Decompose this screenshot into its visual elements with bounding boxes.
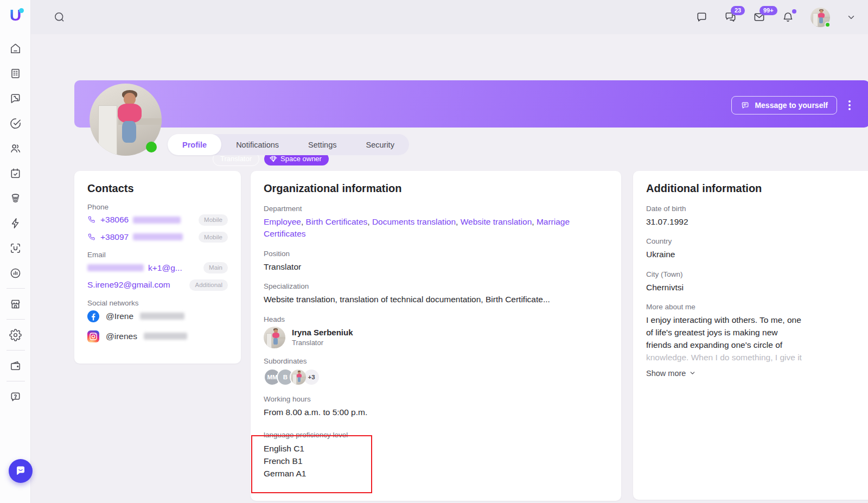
calendar-check-icon xyxy=(9,167,22,180)
sidebar-item-people[interactable] xyxy=(0,136,31,161)
social-networks-label: Social networks xyxy=(87,299,228,307)
wallet-icon xyxy=(9,360,22,372)
sidebar-item-recognition[interactable] xyxy=(0,235,31,260)
sidebar-item-communication[interactable] xyxy=(0,86,31,111)
mail-count-badge: 99+ xyxy=(760,6,777,15)
chevron-down-icon xyxy=(846,12,856,22)
online-status-dot xyxy=(146,142,157,152)
app-logo[interactable]: U xyxy=(0,0,31,30)
department-separator: , xyxy=(532,217,537,226)
about-line: I enjoy interacting with others. To me, … xyxy=(646,314,817,327)
sidebar-item-tasks[interactable] xyxy=(0,111,31,136)
country-label: Country xyxy=(646,237,868,245)
head-role: Translator xyxy=(292,339,353,347)
department-links: Employee, Birth Certificates, Documents … xyxy=(264,216,605,240)
email-row: k+1@g... Main xyxy=(87,262,228,273)
profile-tabs: Profile Notifications Settings Security xyxy=(168,134,409,155)
department-link[interactable]: Employee xyxy=(264,217,301,226)
redacted-text xyxy=(144,333,187,340)
department-link[interactable]: Documents translation xyxy=(372,217,456,226)
chats-count-badge: 23 xyxy=(731,6,745,15)
head-name: Iryna Serbeniuk xyxy=(292,328,353,337)
sidebar-divider xyxy=(7,381,25,381)
show-more-button[interactable]: Show more xyxy=(646,369,868,378)
search-button[interactable] xyxy=(53,11,66,26)
sidebar-item-company[interactable] xyxy=(0,61,31,86)
sidebar-nav xyxy=(0,36,31,409)
department-link[interactable]: Birth Certificates xyxy=(306,217,368,226)
help-bubble-icon xyxy=(9,391,22,403)
redacted-text xyxy=(87,264,144,271)
topbar-actions: 23 99+ xyxy=(695,0,856,34)
department-separator: , xyxy=(301,217,306,226)
feedback-button[interactable] xyxy=(695,11,708,23)
email-link[interactable]: k+1@g... xyxy=(148,263,182,273)
city-value: Chernivtsi xyxy=(646,282,868,294)
about-line: knowledge. When I do something, I give i… xyxy=(646,352,817,364)
user-menu-avatar[interactable] xyxy=(810,8,830,27)
show-more-label: Show more xyxy=(646,369,686,378)
sidebar-divider xyxy=(7,319,25,320)
sidebar-item-home[interactable] xyxy=(0,36,31,61)
phone-icon xyxy=(87,233,96,241)
avatar xyxy=(291,370,306,385)
redacted-text xyxy=(140,313,184,320)
email-link[interactable]: S.irene92@gmail.com xyxy=(87,280,170,290)
working-hours-label: Working hours xyxy=(264,395,608,403)
profile-avatar[interactable] xyxy=(90,84,162,156)
language-item: German A1 xyxy=(264,468,608,480)
sidebar-item-wallet[interactable] xyxy=(0,353,31,378)
phone-row: +38097 Mobile xyxy=(87,232,228,243)
department-separator: , xyxy=(367,217,372,226)
sidebar-item-knowledge[interactable] xyxy=(0,186,31,211)
sidebar-item-settings[interactable] xyxy=(0,322,31,347)
chat-smile-icon xyxy=(14,464,27,477)
specialization-label: Specialization xyxy=(264,282,608,290)
language-item: English C1 xyxy=(264,443,608,455)
sidebar: U xyxy=(0,0,31,503)
tab-security[interactable]: Security xyxy=(352,134,409,155)
sidebar-item-marketplace[interactable] xyxy=(0,291,31,316)
department-separator: , xyxy=(456,217,461,226)
sidebar-item-calendar[interactable] xyxy=(0,161,31,186)
notifications-button[interactable] xyxy=(782,11,794,23)
social-row-facebook[interactable]: @Irene xyxy=(87,310,228,322)
tab-profile[interactable]: Profile xyxy=(168,134,221,155)
about-text: I enjoy interacting with others. To me, … xyxy=(646,314,817,364)
social-row-instagram[interactable]: @irenes xyxy=(87,330,228,342)
phone-number-link[interactable]: +38097 xyxy=(100,232,129,242)
logo-dot xyxy=(19,8,24,13)
redacted-text xyxy=(133,217,181,224)
mail-button[interactable]: 99+ xyxy=(753,11,765,23)
phone-type-badge: Mobile xyxy=(199,214,228,226)
organizational-info-card: Organizational information Department Em… xyxy=(251,171,621,501)
user-menu-chevron[interactable] xyxy=(846,12,856,22)
head-person[interactable]: Iryna Serbeniuk Translator xyxy=(264,327,608,348)
phone-row: +38066 Mobile xyxy=(87,214,228,226)
subordinates-avatars: MMB+3 xyxy=(264,368,608,386)
phone-number-link[interactable]: +38066 xyxy=(100,215,129,225)
analytics-icon xyxy=(9,267,22,279)
tab-settings[interactable]: Settings xyxy=(293,134,351,155)
phone-label: Phone xyxy=(87,203,228,211)
language-proficiency-label: language proficiency level xyxy=(264,431,608,439)
avatar xyxy=(264,327,285,348)
sidebar-item-help[interactable] xyxy=(0,384,31,409)
sidebar-item-analytics[interactable] xyxy=(0,260,31,285)
heads-label: Heads xyxy=(264,315,608,323)
sidebar-item-automation[interactable] xyxy=(0,211,31,235)
position-label: Position xyxy=(264,250,608,258)
message-to-yourself-button[interactable]: Message to yourself xyxy=(731,96,837,114)
redacted-text xyxy=(133,233,183,240)
sidebar-divider xyxy=(7,350,25,351)
support-chat-launcher[interactable] xyxy=(9,459,33,483)
chats-button[interactable]: 23 xyxy=(724,11,737,23)
tab-notifications[interactable]: Notifications xyxy=(221,134,293,155)
specialization-value: Website translation, translation of tech… xyxy=(264,294,608,305)
instagram-icon xyxy=(87,330,99,342)
users-icon xyxy=(9,142,22,155)
department-link[interactable]: Website translation xyxy=(461,217,532,226)
banner-more-menu[interactable] xyxy=(846,98,853,112)
home-icon xyxy=(9,42,22,55)
check-circle-icon xyxy=(9,117,22,130)
